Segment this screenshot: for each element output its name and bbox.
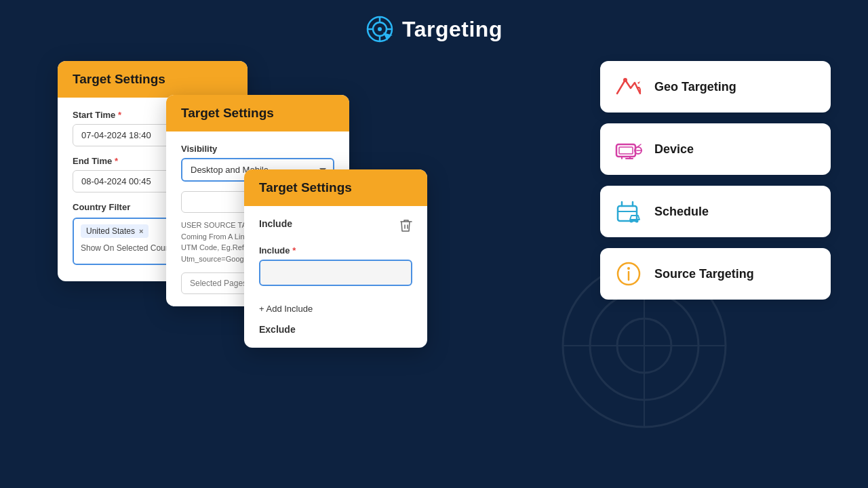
include-card-body: Include Include * + Add Include Exclu [244,206,427,348]
feature-card-geo-targeting[interactable]: Geo Targeting [600,61,831,113]
include-input[interactable] [259,260,412,286]
svg-point-1 [590,291,698,400]
exclude-label: Exclude [259,324,296,335]
feature-card-schedule[interactable]: Schedule [600,186,831,237]
visibility-card-header: Target Settings [166,95,349,131]
svg-rect-16 [619,147,633,154]
source-targeting-label: Source Targeting [654,267,754,281]
include-card-title: Target Settings [259,180,352,195]
include-row: Include [259,218,412,236]
source-targeting-icon [615,260,642,287]
device-label: Device [654,142,694,157]
feature-card-source-targeting[interactable]: Source Targeting [600,248,831,300]
page-header: Targeting [0,0,868,56]
include-card-header: Target Settings [244,169,427,206]
svg-point-2 [617,319,671,373]
svg-point-8 [378,27,382,31]
country-tag-us: United States × [81,224,149,238]
add-include-button[interactable]: + Add Include [259,304,313,314]
svg-rect-18 [618,206,637,221]
end-time-required: * [115,156,118,166]
schedule-icon [615,198,642,225]
device-icon [615,136,642,163]
delete-icon[interactable] [400,219,412,235]
geo-targeting-icon [615,73,642,100]
include-required-label: Include * [259,245,412,256]
visibility-label: Visibility [181,144,334,154]
include-required-star: * [292,245,296,256]
features-panel: Geo Targeting Device [600,61,831,300]
targeting-icon [366,15,394,43]
schedule-card-title: Target Settings [73,72,165,86]
schedule-card-header: Target Settings [58,61,248,98]
feature-card-device[interactable]: Device [600,123,831,175]
country-tag-close[interactable]: × [139,227,143,235]
schedule-label: Schedule [654,205,709,219]
svg-point-14 [623,78,627,82]
svg-point-22 [627,267,630,270]
svg-point-20 [630,220,633,223]
panels-area: Target Settings Start Time * End Time * … [58,61,437,468]
start-time-required: * [118,110,121,120]
geo-targeting-label: Geo Targeting [654,80,736,94]
include-section-label: Include [259,218,292,229]
include-required-group: Include * [259,245,412,294]
page-title: Targeting [402,17,502,42]
visibility-card-title: Target Settings [181,106,274,120]
include-card: Target Settings Include Include * [244,169,427,348]
